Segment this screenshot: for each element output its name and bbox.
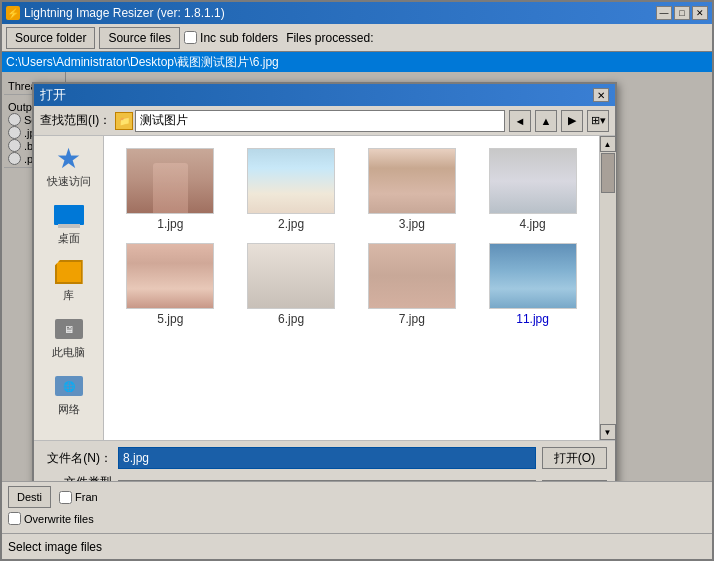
cancel-button[interactable]: 取消 (542, 480, 607, 481)
title-bar-left: ⚡ Lightning Image Resizer (ver: 1.8.1.1) (6, 6, 225, 20)
thumbnail-8 (489, 243, 577, 309)
source-files-button[interactable]: Source files (99, 27, 180, 49)
bottom-controls: Desti Fran Overwrite files (2, 481, 712, 533)
overwrite-text: Overwrite files (24, 513, 94, 525)
computer-icon: 🖥 (53, 315, 85, 343)
app-icon: ⚡ (6, 6, 20, 20)
files-processed-label: Files processed: (286, 31, 373, 45)
scroll-down-arrow[interactable]: ▼ (600, 424, 616, 440)
quick-access-label: 快速访问 (47, 174, 91, 189)
location-input-wrap: 📁 (115, 110, 505, 132)
file-item-4[interactable]: 4.jpg (474, 144, 591, 235)
filename-row: 文件名(N)： 打开(O) (42, 447, 607, 469)
frame-label[interactable]: Fran (59, 491, 98, 504)
file-area: 1.jpg 2.jpg (104, 136, 599, 440)
frame-checkbox[interactable] (59, 491, 72, 504)
thumbnail-5 (126, 243, 214, 309)
this-pc-label: 此电脑 (52, 345, 85, 360)
file-name-5: 5.jpg (157, 312, 183, 326)
view-options-button[interactable]: ⊞▾ (587, 110, 609, 132)
overwrite-label[interactable]: Overwrite files (8, 512, 94, 525)
toolbar: Source folder Source files Inc sub folde… (2, 24, 712, 52)
dest-row: Desti Fran (8, 486, 706, 508)
status-bar: Select image files (2, 533, 712, 559)
desktop-label: 桌面 (58, 231, 80, 246)
file-item-8[interactable]: 11.jpg (474, 239, 591, 330)
quick-access-panel: ★ 快速访问 桌面 (34, 136, 104, 440)
folder-icon: 📁 (115, 112, 133, 130)
location-label: 查找范围(I)： (40, 112, 111, 129)
network-icon: 🌐 (53, 372, 85, 400)
status-text: Select image files (8, 540, 102, 554)
overwrite-row: Overwrite files (8, 512, 706, 525)
dialog-body: ★ 快速访问 桌面 (34, 136, 615, 440)
inc-sub-folders-checkbox-label[interactable]: Inc sub folders (184, 31, 278, 45)
open-file-dialog: 打开 ✕ 查找范围(I)： 📁 ◄ ▲ ▶ ⊞▾ (32, 82, 617, 481)
library-label: 库 (63, 288, 74, 303)
overwrite-checkbox[interactable] (8, 512, 21, 525)
filetype-row: 文件类型(T)： All (*.gif;*.png;*.jpc;*.j2k;*.… (42, 474, 607, 481)
inc-sub-folders-checkbox[interactable] (184, 31, 197, 44)
source-folder-button[interactable]: Source folder (6, 27, 95, 49)
library-icon (53, 258, 85, 286)
dialog-title-text: 打开 (40, 86, 66, 104)
title-bar: ⚡ Lightning Image Resizer (ver: 1.8.1.1)… (2, 2, 712, 24)
filetype-select[interactable]: All (*.gif;*.png;*.jpc;*.j2k;*.jp2;*.jj (118, 480, 536, 481)
filename-input[interactable] (118, 447, 536, 469)
dialog-title-bar: 打开 ✕ (34, 84, 615, 106)
close-button[interactable]: ✕ (692, 6, 708, 20)
thumbnail-4 (489, 148, 577, 214)
dialog-footer: 文件名(N)： 打开(O) 文件类型(T)： All (*.gif;*.png;… (34, 440, 615, 481)
scrollbar[interactable]: ▲ ▼ (599, 136, 615, 440)
minimize-button[interactable]: — (656, 6, 672, 20)
path-bar: C:\Users\Administrator\Desktop\截图测试图片\6.… (2, 52, 712, 72)
file-item-7[interactable]: 7.jpg (354, 239, 471, 330)
filename-label: 文件名(N)： (42, 450, 112, 467)
star-icon: ★ (53, 144, 85, 172)
quick-access-item[interactable]: ★ 快速访问 (38, 142, 100, 191)
network-label: 网络 (58, 402, 80, 417)
library-item[interactable]: 库 (38, 256, 100, 305)
main-content-area: Thread Outpu So .jp .bri (2, 72, 712, 533)
file-name-2: 2.jpg (278, 217, 304, 231)
nav-up-button[interactable]: ▲ (535, 110, 557, 132)
file-name-6: 6.jpg (278, 312, 304, 326)
dialog-toolbar: 查找范围(I)： 📁 ◄ ▲ ▶ ⊞▾ (34, 106, 615, 136)
thumbnail-1 (126, 148, 214, 214)
desktop-item[interactable]: 桌面 (38, 199, 100, 248)
file-name-4: 4.jpg (520, 217, 546, 231)
thumbnail-3 (368, 148, 456, 214)
thumbnail-7 (368, 243, 456, 309)
dialog-close-button[interactable]: ✕ (593, 88, 609, 102)
dialog-overlay: 打开 ✕ 查找范围(I)： 📁 ◄ ▲ ▶ ⊞▾ (2, 72, 712, 481)
scroll-thumb[interactable] (601, 153, 615, 193)
desktop-icon (53, 201, 85, 229)
file-name-8: 11.jpg (516, 312, 549, 326)
scroll-track (600, 152, 616, 424)
nav-back-button[interactable]: ◄ (509, 110, 531, 132)
window-title: Lightning Image Resizer (ver: 1.8.1.1) (24, 6, 225, 20)
filetype-label: 文件类型(T)： (42, 474, 112, 481)
file-item-1[interactable]: 1.jpg (112, 144, 229, 235)
frame-text: Fran (75, 491, 98, 503)
dest-button[interactable]: Desti (8, 486, 51, 508)
thumbnail-2 (247, 148, 335, 214)
thumbnail-6 (247, 243, 335, 309)
file-name-7: 7.jpg (399, 312, 425, 326)
network-item[interactable]: 🌐 网络 (38, 370, 100, 419)
inc-sub-folders-label: Inc sub folders (200, 31, 278, 45)
scroll-up-arrow[interactable]: ▲ (600, 136, 616, 152)
location-input[interactable] (135, 110, 505, 132)
file-name-1: 1.jpg (157, 217, 183, 231)
file-item-6[interactable]: 6.jpg (233, 239, 350, 330)
nav-forward-button[interactable]: ▶ (561, 110, 583, 132)
file-item-2[interactable]: 2.jpg (233, 144, 350, 235)
title-controls: — □ ✕ (656, 6, 708, 20)
file-item-5[interactable]: 5.jpg (112, 239, 229, 330)
this-pc-item[interactable]: 🖥 此电脑 (38, 313, 100, 362)
file-name-3: 3.jpg (399, 217, 425, 231)
file-item-3[interactable]: 3.jpg (354, 144, 471, 235)
maximize-button[interactable]: □ (674, 6, 690, 20)
current-path: C:\Users\Administrator\Desktop\截图测试图片\6.… (6, 54, 279, 71)
open-button[interactable]: 打开(O) (542, 447, 607, 469)
